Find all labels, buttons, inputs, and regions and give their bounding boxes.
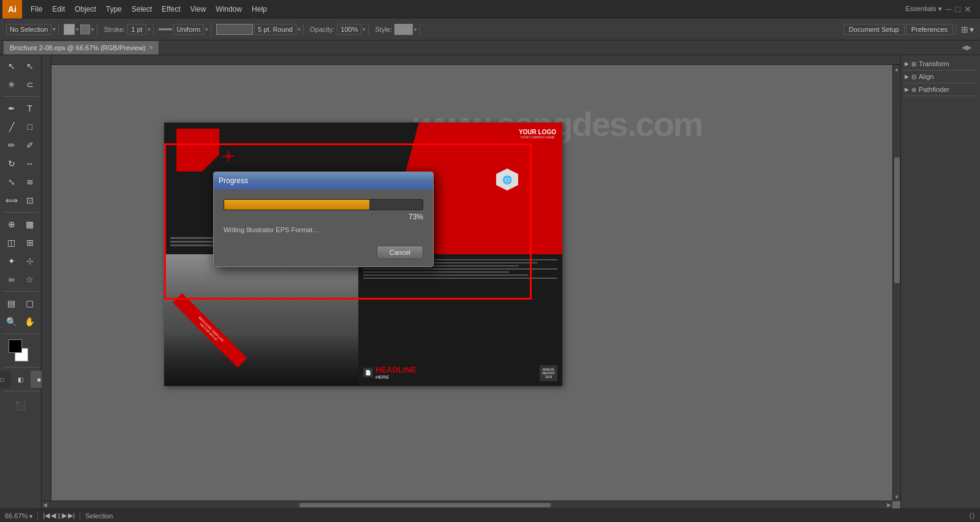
menu-help[interactable]: Help <box>247 2 272 16</box>
profile-arrow: ▾ <box>205 26 208 32</box>
menu-window[interactable]: Window <box>211 2 247 16</box>
pen-tool[interactable]: ✒ <box>3 100 20 117</box>
free-transform-tool[interactable]: ⊡ <box>21 192 39 209</box>
menu-view[interactable]: View <box>186 2 211 16</box>
align-label: Align <box>919 73 933 80</box>
menu-object[interactable]: Object <box>70 2 101 16</box>
pencil-tool[interactable]: ✐ <box>21 137 39 154</box>
stroke-color[interactable] <box>80 25 90 34</box>
menu-effect[interactable]: Effect <box>157 2 185 16</box>
progress-dialog: Progress 73% Writing Illustrator EPS For… <box>213 172 434 267</box>
zoom-level[interactable]: 66.67% ▾ <box>5 512 32 520</box>
arrange-icons: ⊞ ▾ <box>959 25 976 34</box>
toolbar: No Selection ▾ ▾ ▾ Stroke: 1 pt ▾ ━━ Uni… <box>0 18 980 40</box>
style-label: Style: <box>374 26 393 33</box>
first-page-btn[interactable]: |◀ <box>43 512 50 520</box>
lasso-tool[interactable]: ⊂ <box>21 76 39 93</box>
menu-edit[interactable]: Edit <box>47 2 70 16</box>
fill-color[interactable] <box>64 24 75 35</box>
mesh-tool[interactable]: ⊞ <box>21 234 39 251</box>
arrange-icon[interactable]: ⊞ <box>961 25 968 34</box>
status-sep-1 <box>37 512 38 520</box>
type-tool[interactable]: T <box>21 100 39 117</box>
document-setup-btn[interactable]: Document Setup <box>843 24 905 35</box>
eyedropper-tool[interactable]: ✦ <box>3 252 20 270</box>
warp-tool[interactable]: ≋ <box>21 173 39 191</box>
vertical-scrollbar[interactable]: ▲ ▼ <box>892 65 900 501</box>
minimize-btn[interactable]: ─ <box>946 4 952 14</box>
page-number: 1 <box>57 512 61 520</box>
brush-style[interactable]: 5 pt. Round <box>254 24 296 35</box>
normal-mode-btn[interactable]: □ <box>0 371 11 388</box>
artboard-tool[interactable]: ▢ <box>21 295 39 312</box>
artboard: YOUR LOGO YOUR COMPANY NAME ☎ 🌐 <box>164 123 562 386</box>
brush-swatch[interactable] <box>216 24 253 35</box>
line-tool[interactable]: ╱ <box>3 118 20 135</box>
scroll-left-btn[interactable]: ◀ <box>43 502 47 508</box>
prev-page-btn[interactable]: ◀ <box>51 512 56 520</box>
menu-file[interactable]: File <box>26 2 47 16</box>
measure-tool[interactable]: ⊹ <box>21 252 39 270</box>
hand-tool[interactable]: ✋ <box>21 313 39 330</box>
scroll-down-btn[interactable]: ▼ <box>894 494 900 500</box>
screen-mode-btn[interactable]: ◧ <box>12 371 29 388</box>
zoom-tool[interactable]: 🔍 <box>3 313 20 330</box>
last-page-btn[interactable]: ▶| <box>68 512 75 520</box>
artboard-view-btn[interactable]: ⬛ <box>12 397 29 414</box>
menu-select[interactable]: Select <box>127 2 157 16</box>
stroke-value[interactable]: 1 pt <box>127 24 146 35</box>
shape-builder-tool[interactable]: ⊕ <box>3 216 20 233</box>
reflect-tool[interactable]: ↔ <box>21 155 39 172</box>
blend-tool[interactable]: ∞ <box>3 271 20 288</box>
magic-wand-tool[interactable]: ✳ <box>3 76 20 93</box>
style-arrow: ▾ <box>414 26 417 32</box>
direct-selection-tool[interactable]: ↖ <box>21 58 39 75</box>
rotate-tool[interactable]: ↻ <box>3 155 20 172</box>
vertical-ruler <box>42 55 51 509</box>
pathfinder-panel-title[interactable]: ▶ ⊛ Pathfinder <box>905 86 976 93</box>
hscroll-thumb[interactable] <box>300 503 551 507</box>
close-btn[interactable]: ✕ <box>964 4 971 14</box>
width-tool[interactable]: ⟺ <box>3 192 20 209</box>
menu-type[interactable]: Type <box>101 2 127 16</box>
cancel-button[interactable]: Cancel <box>377 246 423 259</box>
symbol-tool[interactable]: ☆ <box>21 271 39 288</box>
brochure-logo-area: YOUR LOGO YOUR COMPANY NAME <box>519 129 556 139</box>
opacity-value[interactable]: 100% <box>337 24 361 35</box>
scale-tool[interactable]: ⤡ <box>3 173 20 191</box>
canvas-area: www.sangdes.com YOUR LOG <box>42 55 900 509</box>
style-swatch[interactable] <box>394 24 413 35</box>
selection-tool[interactable]: ↖ <box>3 58 20 75</box>
document-tab[interactable]: Brochure 2-08.eps @ 66.67% (RGB/Preview)… <box>4 41 159 55</box>
shape-tool[interactable]: □ <box>21 118 39 135</box>
tab-close-btn[interactable]: × <box>149 44 153 51</box>
column-graph-tool[interactable]: ▤ <box>3 295 20 312</box>
align-panel-title[interactable]: ▶ ⊟ Align <box>905 73 976 80</box>
preferences-btn[interactable]: Preferences <box>906 24 953 35</box>
fill-arrow: ▾ <box>76 26 79 32</box>
selection-group: No Selection ▾ <box>4 24 59 35</box>
scroll-right-btn[interactable]: ▶ <box>887 502 891 508</box>
selection-arrow: ▾ <box>53 26 56 32</box>
gradient-tool[interactable]: ◫ <box>3 234 20 251</box>
paintbrush-tool[interactable]: ✏ <box>3 137 20 154</box>
scroll-thumb[interactable] <box>894 157 900 283</box>
scroll-up-btn[interactable]: ▲ <box>894 66 900 72</box>
transform-icon: ⊞ <box>911 61 916 67</box>
workspace-label: Essentials ▾ <box>905 5 941 13</box>
selection-dropdown[interactable]: No Selection <box>6 24 51 35</box>
arrange-arrow[interactable]: ▾ <box>970 25 974 34</box>
foreground-color-box[interactable] <box>9 339 22 353</box>
dialog-title: Progress <box>219 176 248 185</box>
stroke-profile[interactable]: Uniform <box>173 24 205 35</box>
graph-tool[interactable]: ▦ <box>21 216 39 233</box>
brush-group: 5 pt. Round ▾ <box>214 24 304 35</box>
transform-panel-title[interactable]: ▶ ⊞ Transform <box>905 60 976 67</box>
headline-icon: 📄 <box>363 368 373 377</box>
horizontal-scrollbar[interactable]: ◀ ▶ <box>42 501 892 509</box>
stroke-arrow: ▾ <box>148 26 151 32</box>
artboard-nav-icon[interactable]: ⟨⟩ <box>969 512 975 520</box>
next-page-btn[interactable]: ▶ <box>62 512 67 520</box>
maximize-btn[interactable]: □ <box>956 4 960 14</box>
panel-toggle[interactable]: ◀▶ <box>957 44 976 51</box>
